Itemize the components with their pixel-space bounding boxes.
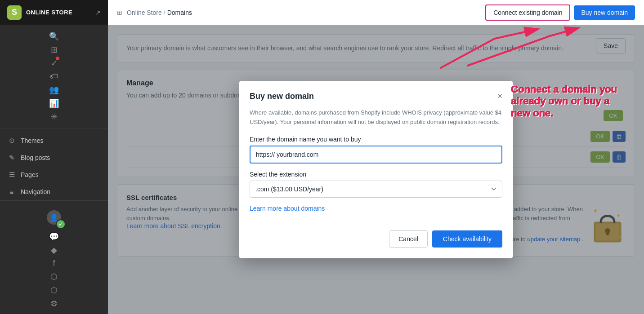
sidebar-item-themes[interactable]: ⊙ Themes bbox=[0, 132, 108, 149]
partners-icon[interactable]: ◆ bbox=[51, 245, 57, 255]
modal-footer: Cancel Check availability bbox=[250, 223, 502, 248]
buy-new-domain-button[interactable]: Buy new domain bbox=[574, 5, 635, 20]
page-area: Your primary domain is what customers se… bbox=[108, 25, 644, 314]
sidebar-item-navigation-label: Navigation bbox=[21, 188, 101, 195]
learn-more-domains-link[interactable]: Learn more about domains bbox=[250, 205, 502, 212]
connect-existing-domain-button[interactable]: Connect existing domain bbox=[485, 4, 570, 21]
extension-select[interactable]: .com ($13.00 USD/year) .net ($13.00 USD/… bbox=[250, 181, 502, 198]
topbar-actions: Connect existing domain Buy new domain bbox=[485, 4, 635, 21]
avatar-check-badge: ✓ bbox=[56, 219, 66, 229]
extension-select-label: Select the extension bbox=[250, 171, 502, 178]
domain-input[interactable] bbox=[250, 146, 502, 164]
customers-icon[interactable]: 👥 bbox=[49, 85, 59, 95]
modal-header: Buy new domain × bbox=[250, 92, 502, 101]
breadcrumb-current: Domains bbox=[167, 9, 192, 16]
settings-icon[interactable]: ⚙ bbox=[50, 299, 58, 309]
sidebar: S ONLINE STORE ↗ 🔍 ⊞ ✓ 🏷 👥 📊 ✳ ⊙ Themes … bbox=[0, 0, 108, 314]
sidebar-nav: ⊙ Themes ✎ Blog posts ☰ Pages ≡ Navigati… bbox=[0, 128, 108, 201]
pages-icon: ☰ bbox=[7, 170, 16, 179]
modal-description: Where available, domains purchased from … bbox=[250, 108, 502, 127]
sidebar-item-pages[interactable]: ☰ Pages bbox=[0, 166, 108, 183]
external-link-icon[interactable]: ↗ bbox=[95, 9, 101, 16]
breadcrumb-icon: ⊞ bbox=[117, 9, 122, 16]
home-icon[interactable]: ⊞ bbox=[51, 45, 58, 55]
sidebar-item-navigation[interactable]: ≡ Navigation bbox=[0, 183, 108, 200]
breadcrumb-separator: / bbox=[164, 9, 165, 16]
sidebar-item-blog-label: Blog posts bbox=[21, 154, 101, 161]
facebook-icon[interactable]: f bbox=[53, 259, 55, 268]
search-icon[interactable]: 🔍 bbox=[49, 31, 59, 41]
sidebar-header: S ONLINE STORE ↗ bbox=[0, 0, 108, 25]
store-label: ONLINE STORE bbox=[26, 9, 72, 16]
chat-icon[interactable]: 💬 bbox=[49, 232, 59, 242]
sidebar-item-themes-label: Themes bbox=[21, 137, 101, 144]
orders-icon[interactable]: ✓ bbox=[51, 58, 58, 68]
sidebar-item-domains[interactable]: ⊕ Domains ✓ bbox=[0, 200, 108, 201]
breadcrumb-parent: Online Store bbox=[127, 9, 162, 16]
sidebar-item-blog-posts[interactable]: ✎ Blog posts bbox=[0, 149, 108, 166]
tag-icon[interactable]: 🏷 bbox=[50, 72, 58, 81]
navigation-icon: ≡ bbox=[7, 187, 16, 196]
sidebar-item-pages-label: Pages bbox=[21, 171, 101, 178]
topbar: ⊞ Online Store / Domains Connect existin… bbox=[108, 0, 644, 25]
modal-close-button[interactable]: × bbox=[497, 92, 502, 100]
analytics-icon[interactable]: 📊 bbox=[49, 98, 59, 108]
shopify-apps-icon[interactable]: ⬡ bbox=[50, 272, 58, 282]
check-availability-button[interactable]: Check availability bbox=[432, 230, 502, 248]
modal-overlay: Buy new domain × Where available, domain… bbox=[108, 25, 644, 314]
shopify-logo: S bbox=[7, 5, 22, 20]
user-avatar-area: 👤 ✓ bbox=[43, 207, 65, 228]
main-content: ⊞ Online Store / Domains Connect existin… bbox=[108, 0, 644, 314]
domain-input-label: Enter the domain name you want to buy bbox=[250, 136, 502, 143]
extensions-icon[interactable]: ⬡ bbox=[50, 285, 58, 295]
cancel-button[interactable]: Cancel bbox=[389, 230, 428, 248]
breadcrumb: ⊞ Online Store / Domains bbox=[117, 9, 485, 16]
themes-icon: ⊙ bbox=[7, 136, 16, 145]
blog-icon: ✎ bbox=[7, 153, 16, 162]
modal-title: Buy new domain bbox=[250, 92, 314, 101]
buy-new-domain-modal: Buy new domain × Where available, domain… bbox=[239, 81, 513, 259]
marketing-icon[interactable]: ✳ bbox=[51, 112, 58, 122]
